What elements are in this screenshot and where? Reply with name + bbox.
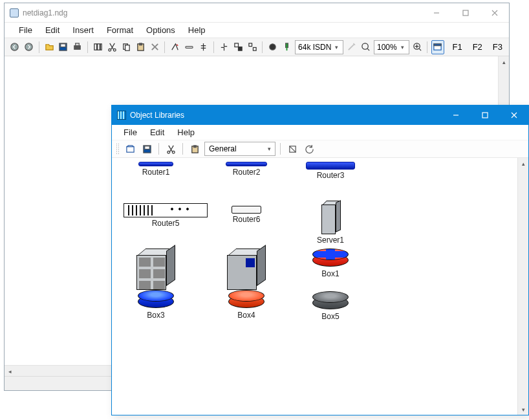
disc-icon xyxy=(228,290,264,309)
item-label: Router2 xyxy=(233,168,261,177)
library-item-box1[interactable]: Box1 xyxy=(292,249,369,278)
lib-close-button[interactable] xyxy=(499,105,528,125)
fkey-f2[interactable]: F2 xyxy=(470,41,485,53)
link-button[interactable] xyxy=(183,40,195,54)
library-item-router1[interactable]: Router1 xyxy=(117,162,195,177)
library-item-router3[interactable]: Router3 xyxy=(292,162,369,180)
style-button[interactable] xyxy=(169,40,181,54)
library-toolbar: General ▾ xyxy=(112,140,528,158)
item-label: Router3 xyxy=(317,171,345,180)
toolbar-gripper[interactable] xyxy=(116,143,119,155)
delete-button[interactable] xyxy=(149,40,161,54)
item-label: Router1 xyxy=(142,168,170,177)
group-button[interactable] xyxy=(232,40,244,54)
svg-point-31 xyxy=(167,151,169,153)
menu-file[interactable]: File xyxy=(12,23,39,37)
app-icon xyxy=(10,8,19,17)
item-label: Router5 xyxy=(152,219,180,228)
ungroup-button[interactable] xyxy=(246,40,259,54)
lib-menu-edit[interactable]: Edit xyxy=(144,126,171,139)
menu-help[interactable]: Help xyxy=(182,23,212,37)
open-button[interactable] xyxy=(43,40,56,54)
copy-button[interactable] xyxy=(120,40,133,54)
library-item-box4[interactable]: Box4 xyxy=(208,249,285,320)
paste-button[interactable] xyxy=(135,40,147,54)
lib-open-button[interactable] xyxy=(123,142,137,156)
fit-window-button[interactable] xyxy=(431,40,444,54)
main-titlebar[interactable]: netdiag1.ndg xyxy=(5,3,509,23)
server-cube-icon xyxy=(136,249,175,290)
category-value: General xyxy=(209,144,237,153)
lib-menu-file[interactable]: File xyxy=(117,126,144,139)
library-item-router6[interactable]: Router6 xyxy=(208,206,285,224)
lib-menu-help[interactable]: Help xyxy=(171,126,201,139)
library-grid[interactable]: Router1 Router2 Router3 Router5 Router6 … xyxy=(112,158,528,415)
library-item-box3[interactable]: Box3 xyxy=(117,249,195,320)
library-app-icon xyxy=(117,111,126,120)
close-button[interactable] xyxy=(480,3,509,23)
align-center-button[interactable] xyxy=(197,40,210,54)
menu-options[interactable]: Options xyxy=(140,23,182,37)
svg-rect-16 xyxy=(186,47,193,49)
scroll-down-button[interactable]: ▾ xyxy=(518,404,528,415)
svg-rect-27 xyxy=(482,113,488,118)
svg-rect-15 xyxy=(139,43,142,45)
zoom-in-button[interactable] xyxy=(411,40,424,54)
save-button[interactable] xyxy=(57,40,69,54)
router-icon xyxy=(232,206,261,214)
svg-rect-7 xyxy=(94,44,97,50)
svg-rect-28 xyxy=(126,146,133,151)
category-select[interactable]: General ▾ xyxy=(204,142,275,156)
scroll-left-button[interactable]: ◂ xyxy=(5,366,16,376)
lib-paste-button[interactable] xyxy=(188,142,202,156)
zoom-select[interactable]: 100% ▾ xyxy=(374,40,409,54)
svg-point-11 xyxy=(113,49,116,51)
snap-button[interactable] xyxy=(218,40,230,54)
wizard-button[interactable] xyxy=(345,40,358,54)
lib-refresh-button[interactable] xyxy=(302,142,316,156)
scroll-up-button[interactable]: ▴ xyxy=(499,56,509,67)
library-item-router5[interactable]: Router5 xyxy=(117,203,214,228)
svg-rect-5 xyxy=(74,46,80,50)
library-window: Object Libraries File Edit Help General … xyxy=(111,105,529,415)
item-label: Box5 xyxy=(321,312,339,321)
svg-rect-34 xyxy=(193,145,196,147)
print-button[interactable] xyxy=(71,40,83,54)
maximize-button[interactable] xyxy=(451,3,480,23)
menu-edit[interactable]: Edit xyxy=(39,23,66,37)
library-item-box5[interactable]: Box5 xyxy=(292,291,369,321)
library-vertical-scrollbar[interactable]: ▴ ▾ xyxy=(517,158,528,415)
library-titlebar[interactable]: Object Libraries xyxy=(112,105,528,125)
menu-insert[interactable]: Insert xyxy=(66,23,100,37)
fkey-f3[interactable]: F3 xyxy=(490,41,505,53)
svg-point-10 xyxy=(109,49,111,51)
svg-rect-8 xyxy=(98,44,100,50)
library-item-router2[interactable]: Router2 xyxy=(208,162,285,177)
lib-edit-button[interactable] xyxy=(285,142,299,156)
lib-minimize-button[interactable] xyxy=(441,105,470,125)
library-item-server1[interactable]: Server1 xyxy=(292,201,369,245)
menu-format[interactable]: Format xyxy=(100,23,140,37)
svg-point-2 xyxy=(25,43,32,50)
svg-rect-0 xyxy=(463,10,468,16)
svg-rect-20 xyxy=(253,47,256,50)
nav-back-button[interactable] xyxy=(8,40,21,54)
record-button[interactable] xyxy=(266,40,279,54)
cut-button[interactable] xyxy=(106,40,118,54)
library-button[interactable] xyxy=(92,40,104,54)
lib-save-button[interactable] xyxy=(140,142,154,156)
disc-icon xyxy=(138,290,174,309)
link-speed-select[interactable]: 64k ISDN ▾ xyxy=(295,40,343,54)
scroll-up-button[interactable]: ▴ xyxy=(518,158,528,169)
item-label: Router6 xyxy=(233,215,261,224)
lib-cut-button[interactable] xyxy=(164,142,178,156)
disc-icon xyxy=(312,291,349,311)
nav-fwd-button[interactable] xyxy=(23,40,35,54)
connector-button[interactable] xyxy=(281,40,293,54)
svg-point-32 xyxy=(172,151,175,153)
fkey-f1[interactable]: F1 xyxy=(450,41,465,53)
zoom-out-button[interactable] xyxy=(360,40,372,54)
minimize-button[interactable] xyxy=(422,3,451,23)
lib-maximize-button[interactable] xyxy=(470,105,499,125)
item-label: Box1 xyxy=(321,269,339,278)
